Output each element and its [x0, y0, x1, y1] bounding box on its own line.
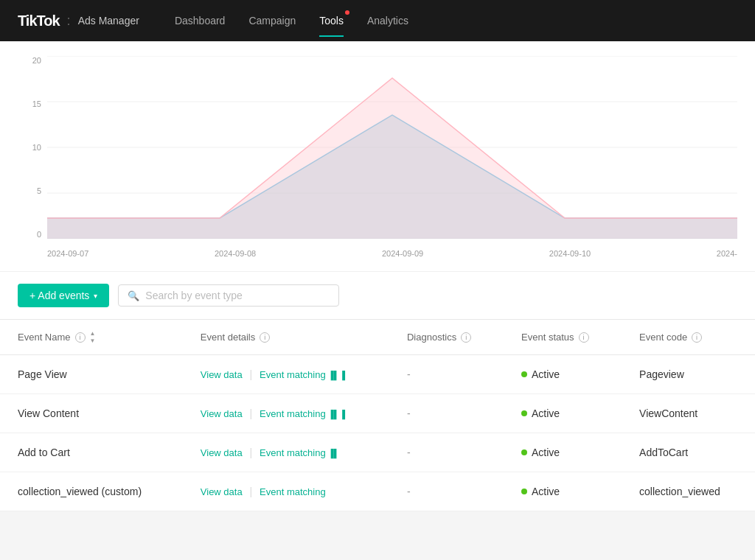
cell-event-code-collection-viewed: collection_viewed — [622, 472, 755, 511]
event-matching-link-add-to-cart[interactable]: Event matching ▐▌ — [260, 447, 339, 458]
view-data-link-page-view[interactable]: View data — [201, 369, 243, 380]
brand-logo: TikTok : Ads Manager — [18, 13, 139, 29]
nav-link-analytics[interactable]: Analytics — [367, 12, 408, 29]
diagnostics-info-icon[interactable]: i — [461, 332, 471, 343]
col-header-diagnostics: Diagnostics i — [389, 320, 504, 355]
status-active-dot — [521, 449, 527, 455]
nav-link-tools[interactable]: Tools — [319, 12, 344, 29]
col-header-event-code: Event code i — [622, 320, 755, 355]
cell-event-status-view-content: Active — [504, 394, 622, 433]
brand-separator: : — [67, 13, 71, 29]
table-row: collection_viewed (custom) View data | E… — [0, 472, 755, 511]
y-label-15: 15 — [32, 99, 41, 108]
status-active-dot — [521, 371, 527, 377]
col-header-event-details: Event details i — [183, 320, 389, 355]
cell-event-details-view-content: View data | Event matching ▐▌▐ — [183, 394, 389, 433]
table-header: Event Name i ▲ ▼ Event details i — [0, 320, 755, 355]
cell-event-status-collection-viewed: Active — [504, 472, 622, 511]
status-label: Active — [532, 407, 560, 419]
product-name: Ads Manager — [78, 15, 139, 27]
main-content: 20 15 10 5 0 — [0, 41, 755, 511]
table-body: Page View View data | Event matching ▐▌▐… — [0, 355, 755, 511]
chart-section: 20 15 10 5 0 — [0, 41, 755, 272]
event-matching-link-view-content[interactable]: Event matching ▐▌▐ — [260, 408, 345, 419]
pipe-divider: | — [250, 407, 253, 419]
pipe-divider: | — [250, 486, 253, 497]
status-label: Active — [532, 368, 560, 380]
top-navigation: TikTok : Ads Manager Dashboard Campaign … — [0, 0, 755, 41]
event-name-sort-icon[interactable]: ▲ ▼ — [90, 330, 96, 344]
view-data-link-view-content[interactable]: View data — [201, 408, 243, 419]
event-name-info-icon[interactable]: i — [75, 332, 86, 343]
cell-event-name-add-to-cart: Add to Cart — [0, 433, 183, 472]
chart-container: 20 15 10 5 0 — [18, 56, 737, 262]
bar-chart-icon: ▐▌▐ — [328, 410, 345, 419]
view-data-link-add-to-cart[interactable]: View data — [201, 447, 243, 458]
view-data-link-collection-viewed[interactable]: View data — [201, 486, 243, 497]
bar-chart-icon: ▐▌▐ — [328, 371, 345, 379]
notification-dot — [345, 10, 349, 15]
cell-event-name-collection-viewed: collection_viewed (custom) — [0, 472, 183, 511]
tiktok-wordmark: TikTok — [18, 13, 60, 29]
add-events-button[interactable]: + Add events ▾ — [18, 284, 109, 307]
cell-event-status-page-view: Active — [504, 355, 622, 394]
cell-event-code-view-content: ViewContent — [622, 394, 755, 433]
x-label-2: 2024-09-09 — [382, 249, 423, 258]
cell-event-code-add-to-cart: AddToCart — [622, 433, 755, 472]
y-label-10: 10 — [32, 143, 41, 152]
status-active-dot — [521, 489, 527, 494]
x-label-0: 2024-09-07 — [47, 249, 88, 258]
search-box[interactable]: 🔍 — [118, 284, 339, 307]
x-label-4: 2024- — [717, 249, 737, 258]
chart-svg — [47, 56, 737, 239]
event-code-info-icon[interactable]: i — [692, 332, 702, 343]
status-active-dot — [521, 410, 527, 416]
col-header-event-name: Event Name i ▲ ▼ — [0, 320, 183, 355]
cell-event-name-page-view: Page View — [0, 355, 183, 394]
chart-area-pink — [47, 78, 737, 239]
y-label-5: 5 — [37, 186, 41, 195]
cell-event-details-page-view: View data | Event matching ▐▌▐ — [183, 355, 389, 394]
cell-diagnostics-collection-viewed: - — [389, 472, 504, 511]
col-header-event-status: Event status i — [504, 320, 622, 355]
cell-diagnostics-page-view: - — [389, 355, 504, 394]
bar-chart-icon: ▐▌ — [328, 449, 340, 458]
events-toolbar: + Add events ▾ 🔍 — [0, 272, 755, 320]
chart-plot — [47, 56, 737, 239]
chart-x-axis: 2024-09-07 2024-09-08 2024-09-09 2024-09… — [47, 245, 737, 262]
nav-link-dashboard[interactable]: Dashboard — [175, 12, 226, 29]
event-details-info-icon[interactable]: i — [260, 332, 270, 343]
event-status-info-icon[interactable]: i — [579, 332, 589, 343]
table-row: Page View View data | Event matching ▐▌▐… — [0, 355, 755, 394]
cell-event-status-add-to-cart: Active — [504, 433, 622, 472]
search-icon: 🔍 — [128, 290, 139, 301]
table-row: Add to Cart View data | Event matching ▐… — [0, 433, 755, 472]
events-table: Event Name i ▲ ▼ Event details i — [0, 320, 755, 511]
y-label-0: 0 — [37, 230, 41, 239]
search-input[interactable] — [145, 290, 330, 301]
x-label-3: 2024-09-10 — [549, 249, 591, 258]
cell-event-name-view-content: View Content — [0, 394, 183, 433]
nav-link-campaign[interactable]: Campaign — [248, 12, 296, 29]
cell-event-code-page-view: Pageview — [622, 355, 755, 394]
x-label-1: 2024-09-08 — [215, 249, 256, 258]
status-label: Active — [532, 486, 560, 497]
event-matching-link-collection-viewed[interactable]: Event matching — [260, 486, 326, 497]
cell-diagnostics-add-to-cart: - — [389, 433, 504, 472]
table-row: View Content View data | Event matching … — [0, 394, 755, 433]
pipe-divider: | — [250, 447, 253, 458]
nav-links: Dashboard Campaign Tools Analytics — [175, 12, 408, 29]
chart-y-axis: 20 15 10 5 0 — [18, 56, 47, 239]
chevron-down-icon: ▾ — [94, 292, 97, 300]
cell-event-details-add-to-cart: View data | Event matching ▐▌ — [183, 433, 389, 472]
cell-event-details-collection-viewed: View data | Event matching — [183, 472, 389, 511]
status-label: Active — [532, 447, 560, 458]
y-label-20: 20 — [32, 56, 41, 65]
cell-diagnostics-view-content: - — [389, 394, 504, 433]
event-matching-link-page-view[interactable]: Event matching ▐▌▐ — [260, 369, 345, 380]
pipe-divider: | — [250, 368, 253, 380]
